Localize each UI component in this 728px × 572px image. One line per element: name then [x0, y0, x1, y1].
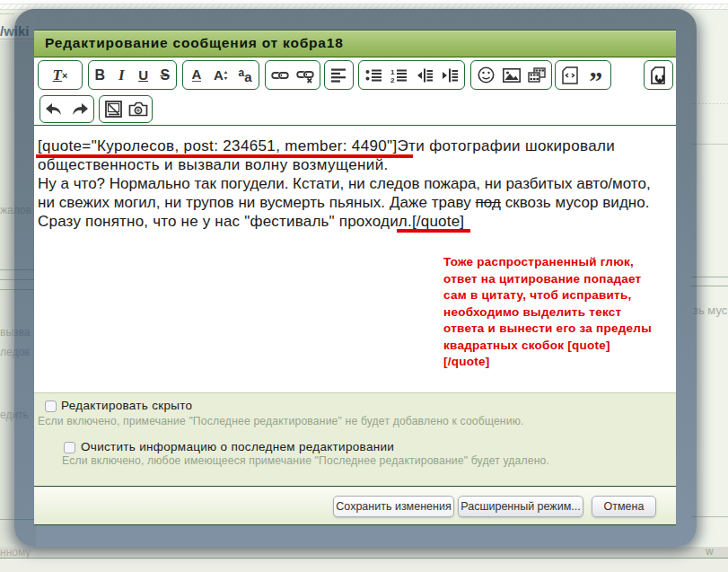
svg-text:2: 2: [390, 75, 395, 83]
